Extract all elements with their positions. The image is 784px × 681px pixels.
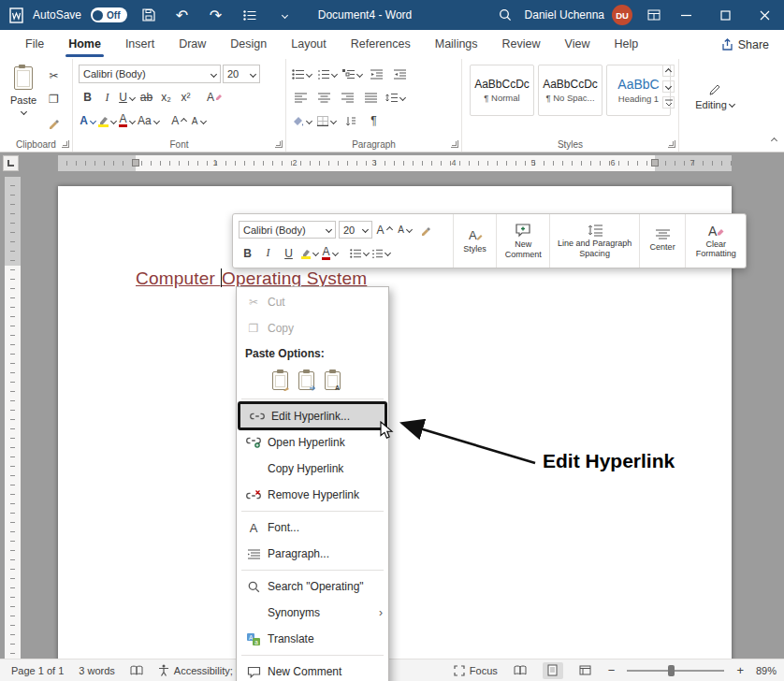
context-menu-item-font[interactable]: A Font... [237, 514, 388, 541]
line-spacing-button[interactable] [385, 88, 405, 107]
numbering-button[interactable] [317, 65, 337, 83]
subscript-button[interactable]: x₂ [157, 88, 175, 107]
tab-file[interactable]: File [13, 30, 56, 59]
tab-references[interactable]: References [339, 30, 423, 59]
mini-font-color-button[interactable]: A [321, 244, 339, 263]
undo-button[interactable]: ↶ [170, 5, 195, 25]
zoom-out-button[interactable]: − [608, 663, 616, 677]
focus-mode-button[interactable]: Focus [454, 665, 498, 676]
borders-button[interactable] [317, 111, 336, 130]
font-name-combo[interactable]: Calibri (Body) [79, 65, 221, 83]
justify-button[interactable] [362, 88, 380, 107]
mini-center-button[interactable]: Center [640, 214, 687, 268]
context-menu-item-search[interactable]: Search "Operating" [237, 573, 388, 600]
cut-button[interactable]: ✂ [45, 66, 63, 85]
read-mode-button[interactable] [510, 662, 530, 679]
format-painter-button[interactable] [45, 113, 63, 132]
context-menu-item-new-comment[interactable]: New Comment [237, 659, 388, 681]
paragraph-dialog-launcher[interactable] [451, 140, 458, 148]
superscript-button[interactable]: x² [177, 88, 195, 107]
word-count[interactable]: 3 words [79, 665, 115, 676]
page-indicator[interactable]: Page 1 of 1 [11, 665, 64, 676]
close-button[interactable] [745, 0, 784, 30]
mini-bullets-button[interactable] [350, 244, 369, 263]
horizontal-ruler[interactable]: 1 2 3 4 5 6 7 [58, 155, 732, 171]
font-size-combo[interactable]: 20 [223, 65, 260, 83]
autosave-toggle[interactable]: Off [91, 7, 126, 22]
context-menu-item-edit-hyperlink[interactable]: Edit Hyperlink... [238, 401, 387, 430]
save-button[interactable] [137, 5, 161, 25]
share-button[interactable]: Share [721, 38, 769, 51]
strikethrough-button[interactable]: ab [138, 88, 155, 107]
tab-view[interactable]: View [553, 30, 603, 59]
mini-italic-button[interactable]: I [259, 244, 277, 263]
zoom-level[interactable]: 89% [756, 665, 777, 676]
align-center-button[interactable] [315, 88, 333, 107]
text-effects-button[interactable]: A [79, 111, 96, 130]
copy-button[interactable]: ❐ [45, 90, 63, 109]
tab-review[interactable]: Review [490, 30, 553, 59]
mini-styles-button[interactable]: A Styles [454, 214, 497, 268]
context-menu-item-translate[interactable]: Aa Translate [237, 626, 388, 652]
tab-home[interactable]: Home [56, 30, 113, 59]
minimize-button[interactable] [666, 0, 705, 30]
increase-indent-button[interactable] [391, 65, 409, 83]
context-menu-item-paragraph[interactable]: Paragraph... [237, 541, 388, 567]
align-right-button[interactable] [339, 88, 356, 107]
tab-stop-selector[interactable] [3, 155, 19, 171]
mini-numbering-button[interactable] [371, 244, 390, 263]
font-color-button[interactable]: A [118, 111, 136, 130]
clipboard-dialog-launcher[interactable] [62, 140, 69, 148]
multilevel-list-button[interactable] [342, 65, 362, 83]
style-heading1[interactable]: AaBbC Heading 1 [606, 65, 671, 116]
mini-bold-button[interactable]: B [239, 244, 256, 263]
clear-formatting-button[interactable]: A [206, 88, 224, 107]
tab-insert[interactable]: Insert [113, 30, 167, 59]
style-normal[interactable]: AaBbCcDc ¶ Normal [470, 65, 534, 116]
sort-button[interactable] [341, 111, 359, 130]
mini-font-size-combo[interactable]: 20 [339, 221, 372, 239]
highlight-button[interactable] [98, 111, 116, 130]
mini-shrink-font-button[interactable]: A [396, 221, 414, 239]
shrink-font-button[interactable]: A [190, 111, 208, 130]
style-no-spacing[interactable]: AaBbCcDc ¶ No Spac... [538, 65, 603, 116]
redo-button[interactable]: ↷ [204, 5, 228, 25]
mini-clear-formatting-button[interactable]: A Clear Formatting [686, 214, 746, 268]
tab-layout[interactable]: Layout [279, 30, 339, 59]
align-left-button[interactable] [292, 88, 310, 107]
mini-underline-button[interactable]: U [280, 244, 298, 263]
indent-marker-left[interactable] [132, 159, 139, 167]
font-dialog-launcher[interactable] [275, 140, 283, 148]
decrease-indent-button[interactable] [368, 65, 385, 83]
paste-keep-text-only-button[interactable]: A [325, 371, 341, 390]
shading-button[interactable] [292, 111, 312, 130]
paste-merge-formatting-button[interactable] [298, 371, 314, 390]
tab-help[interactable]: Help [602, 30, 650, 59]
context-menu-item-copy-hyperlink[interactable]: Copy Hyperlink [237, 456, 388, 482]
paste-keep-source-formatting-button[interactable] [272, 371, 288, 390]
zoom-slider-handle[interactable] [668, 665, 675, 676]
styles-scroll-up-button[interactable] [662, 65, 675, 77]
mini-font-name-combo[interactable]: Calibri (Body) [239, 221, 336, 239]
mini-grow-font-button[interactable]: A [375, 221, 393, 239]
bold-button[interactable]: B [79, 88, 96, 107]
mini-line-spacing-button[interactable]: Line and Paragraph Spacing [550, 214, 639, 268]
styles-dialog-launcher[interactable] [668, 140, 675, 148]
maximize-button[interactable] [705, 0, 745, 30]
mini-new-comment-button[interactable]: New Comment [497, 214, 551, 268]
proofing-icon[interactable] [130, 665, 143, 676]
change-case-button[interactable]: Aa [138, 111, 159, 130]
indent-marker-right[interactable] [651, 159, 659, 167]
mini-highlight-button[interactable] [300, 244, 318, 263]
styles-more-button[interactable] [662, 96, 675, 109]
mini-format-painter-button[interactable] [416, 221, 434, 239]
styles-scroll-down-button[interactable] [662, 80, 675, 93]
grow-font-button[interactable]: A [170, 111, 188, 130]
zoom-slider[interactable] [627, 670, 724, 672]
web-layout-button[interactable] [575, 662, 596, 679]
ribbon-display-options-icon[interactable] [642, 5, 666, 25]
italic-button[interactable]: I [98, 88, 116, 107]
avatar[interactable]: DU [612, 5, 632, 25]
collapse-ribbon-button[interactable] [772, 135, 777, 148]
vertical-ruler[interactable] [5, 177, 21, 659]
